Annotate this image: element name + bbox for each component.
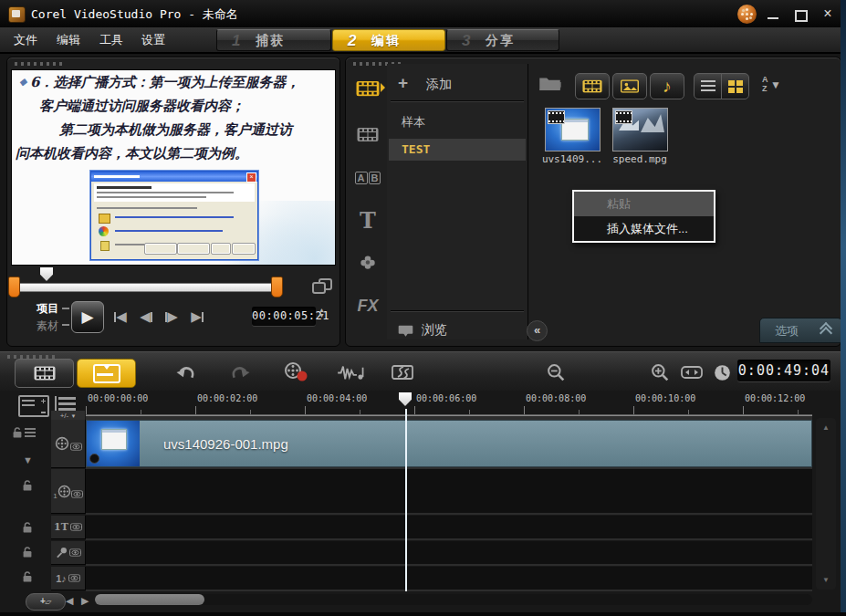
show-photo-button[interactable] [612, 73, 647, 99]
panel-grip[interactable] [15, 62, 66, 66]
context-menu-paste: 粘贴 [574, 192, 714, 216]
tab-capture[interactable]: 1 捕获 [216, 29, 331, 51]
zoom-in-button[interactable] [648, 359, 672, 386]
scroll-left-button[interactable]: ◀ [66, 595, 73, 607]
tab-share[interactable]: 3 分享 [446, 29, 559, 51]
context-menu-insert-media[interactable]: 插入媒体文件... [574, 216, 714, 241]
hscrollbar-thumb[interactable] [95, 594, 204, 605]
project-duration-icon[interactable] [710, 359, 734, 386]
timecode-spinner[interactable]: ▲ ▼ [319, 308, 325, 318]
open-folder-icon[interactable] [538, 71, 561, 95]
menu-settings[interactable]: 设置 [141, 32, 165, 48]
timeline-view-button[interactable] [77, 359, 136, 388]
app-logo-icon [8, 6, 26, 23]
timeline-panel: 00:00:00:00 00:00:02:00 00:00:04:00 00:0… [0, 391, 846, 616]
media-thumbnail-uvs[interactable] [545, 108, 601, 151]
next-frame-button[interactable]: ▶ [160, 307, 183, 327]
video-track-lock-icon[interactable] [12, 426, 36, 439]
title-track-lock-icon[interactable] [22, 521, 33, 534]
hscrollbar-track[interactable] [95, 594, 812, 605]
zoom-out-button[interactable] [544, 359, 568, 386]
title-category-icon[interactable]: T [352, 206, 383, 234]
thumbnail-name: speed.mpg [608, 153, 672, 165]
menu-edit[interactable]: 编辑 [57, 32, 80, 48]
prev-frame-button[interactable]: ◀ [134, 307, 158, 327]
list-view-button[interactable] [694, 73, 722, 99]
scroll-right-button[interactable]: ▶ [81, 595, 89, 607]
vscroll-down-button[interactable]: ▼ [822, 576, 830, 584]
slide-line2: 客户端通过访问服务器收看内容； [39, 98, 245, 115]
trim-start-handle[interactable] [8, 277, 20, 298]
close-button[interactable]: × [818, 7, 838, 22]
record-capture-button[interactable] [276, 359, 316, 386]
media-thumbnail-speed[interactable] [612, 108, 668, 151]
fit-project-button[interactable] [679, 359, 705, 386]
music-track-header[interactable]: 1♪ [51, 567, 86, 590]
options-button[interactable]: 选项 [759, 318, 842, 343]
maximize-button[interactable] [790, 7, 810, 22]
thumbnail-name: uvs1409... [540, 153, 604, 165]
music-track-lock-icon[interactable] [22, 570, 33, 583]
category-item-samples[interactable]: 样本 [389, 111, 526, 133]
category-item-test[interactable]: TEST [389, 139, 526, 161]
minimize-button[interactable] [763, 7, 783, 22]
playhead-line [405, 409, 407, 591]
clip-mode-tick [62, 324, 69, 326]
music-track-row[interactable] [86, 567, 812, 591]
sort-button[interactable]: A Z ▼ [762, 75, 784, 95]
project-duration-display: 0:00:49:04 [737, 360, 830, 381]
voice-track-row[interactable] [86, 541, 812, 566]
enlarge-preview-icon[interactable] [312, 278, 330, 293]
storyboard-view-button[interactable] [15, 359, 74, 388]
preview-timecode[interactable]: 00:00:05:21 [252, 307, 316, 326]
timeline-ruler[interactable]: 00:00:00:00 00:00:02:00 00:00:04:00 00:0… [86, 391, 812, 415]
vscrollbar-track[interactable]: ▲ ▼ [816, 418, 836, 590]
home-button[interactable]: ◀ [109, 307, 132, 327]
slide-line1: 6．选择广播方式：第一项为上传至服务器， [30, 74, 299, 91]
transition-icon[interactable]: AB [352, 164, 383, 192]
show-video-button[interactable] [575, 73, 610, 99]
voice-track-lock-icon[interactable] [22, 546, 33, 559]
project-mode-tick [62, 308, 69, 309]
slide-bullet: ◆ [19, 76, 26, 88]
vscroll-up-button[interactable]: ▲ [822, 423, 830, 432]
grid-view-button[interactable] [721, 73, 749, 99]
add-folder-button[interactable]: + 添加 [398, 73, 517, 95]
graphic-category-icon[interactable] [352, 248, 383, 276]
filter-category-icon[interactable]: FX [352, 292, 383, 319]
track-manager-icon[interactable] [18, 395, 49, 417]
swap-track-button[interactable]: +▱ [26, 593, 66, 611]
project-mode-label[interactable]: 项目 [37, 301, 58, 317]
timeline-clip[interactable]: uvs140926-001.mpg [86, 420, 812, 467]
video-badge-icon [548, 110, 565, 124]
corel-guide-icon[interactable] [737, 5, 757, 24]
collapse-panel-button[interactable]: « [527, 320, 548, 341]
overlay-track-row[interactable] [86, 469, 812, 515]
auto-music-button[interactable] [383, 359, 423, 386]
tab-edit[interactable]: 2 编辑 [332, 29, 445, 51]
preview-scrubber[interactable] [16, 283, 279, 292]
overlay-track-header[interactable]: 1 [51, 469, 86, 514]
media-category-icon[interactable] [352, 75, 383, 102]
end-button[interactable]: ▶ [185, 307, 209, 327]
browse-button[interactable]: 浏览 [398, 319, 521, 341]
play-button[interactable]: ▶ [71, 301, 104, 333]
trim-end-handle[interactable] [271, 277, 283, 298]
title-track-header[interactable]: 1T [51, 516, 86, 539]
clip-thumbnail [87, 421, 140, 466]
show-audio-button[interactable]: ♪ [650, 73, 684, 99]
menu-tools[interactable]: 工具 [99, 32, 123, 48]
undo-button[interactable] [170, 359, 201, 386]
video-track-header[interactable] [51, 420, 86, 468]
overlay-track-lock-icon[interactable] [22, 479, 33, 492]
timeline-toolbar: 0:00:49:04 [0, 351, 846, 392]
menu-file[interactable]: 文件 [14, 32, 37, 48]
track-collapse-chevron[interactable]: ▼ [23, 454, 33, 465]
voice-track-header[interactable] [51, 541, 86, 565]
context-menu: 粘贴 插入媒体文件... [572, 190, 715, 243]
redo-button[interactable] [225, 359, 256, 386]
instant-project-icon[interactable] [352, 120, 383, 148]
title-track-row[interactable] [86, 516, 812, 540]
sound-mixer-button[interactable] [330, 359, 371, 386]
clip-mode-label[interactable]: 素材 [37, 318, 58, 334]
